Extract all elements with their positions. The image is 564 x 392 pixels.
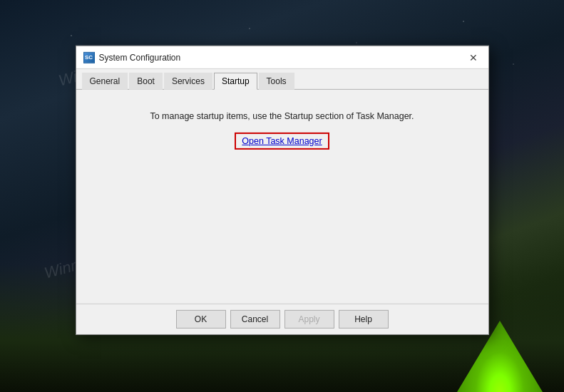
- tab-boot[interactable]: Boot: [129, 73, 163, 90]
- dialog-footer: OK Cancel Apply Help: [76, 304, 488, 334]
- dialog-title: System Configuration: [99, 52, 181, 62]
- tab-services[interactable]: Services: [164, 73, 212, 90]
- dialog-app-icon: SC: [83, 51, 95, 63]
- help-button[interactable]: Help: [339, 310, 389, 329]
- tab-startup[interactable]: Startup: [214, 73, 257, 90]
- tab-general[interactable]: General: [82, 73, 128, 90]
- titlebar-left: SC System Configuration: [83, 51, 181, 63]
- dialog-titlebar: SC System Configuration ✕: [76, 46, 488, 69]
- apply-button[interactable]: Apply: [284, 310, 334, 329]
- dialog-body-space: [91, 150, 474, 289]
- cancel-button[interactable]: Cancel: [230, 310, 280, 329]
- dialog-tabs: General Boot Services Startup Tools: [76, 69, 488, 90]
- tab-tools[interactable]: Tools: [259, 73, 294, 90]
- close-button[interactable]: ✕: [466, 49, 481, 65]
- system-configuration-dialog: SC System Configuration ✕ General Boot S…: [76, 46, 489, 335]
- startup-message: To manage startup items, use the Startup…: [150, 111, 414, 121]
- dialog-content: To manage startup items, use the Startup…: [76, 90, 488, 304]
- ok-button[interactable]: OK: [176, 310, 226, 329]
- open-task-manager-link[interactable]: Open Task Manager: [235, 133, 329, 150]
